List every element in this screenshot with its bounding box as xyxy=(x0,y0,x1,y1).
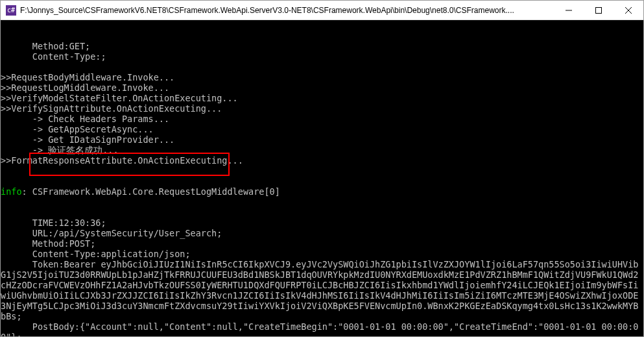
console-line: >>RequestLogMiddleware.Invoke... xyxy=(1,82,643,93)
console-line: Method:POST; xyxy=(1,238,643,249)
window-title: F:\Jonnys_Source\CSFrameworkV6.NET8\CSFr… xyxy=(20,6,554,15)
console-line: Content-Type:application/json; xyxy=(1,249,643,259)
console-output[interactable]: Method:GET; Content-Type:; >>RequestBody… xyxy=(1,20,643,336)
log-level-info: info xyxy=(1,186,22,197)
console-line: >>RequestBodyMiddleware.Invoke... xyxy=(1,72,643,82)
console-line: Token:Bearer eyJhbGciOiJIUzI1NiIsInR5cCI… xyxy=(1,259,643,321)
console-line xyxy=(1,62,643,72)
maximize-button[interactable] xyxy=(584,1,614,19)
console-line: -> 验证签名成功... xyxy=(1,145,643,155)
app-icon: c# xyxy=(6,5,16,16)
console-line: -> Check Headers Params... xyxy=(1,114,643,124)
console-line: Content-Type:; xyxy=(1,51,643,62)
console-line: -> Get IDataSignProvider... xyxy=(1,134,643,145)
console-line: URL:/api/SystemSecurity/User_Search; xyxy=(1,228,643,238)
console-line: PostBody:{"Account":null,"Content":null,… xyxy=(1,321,643,336)
console-window: c# F:\Jonnys_Source\CSFrameworkV6.NET8\C… xyxy=(0,0,644,337)
console-line: Method:GET; xyxy=(1,41,643,51)
console-line: >>VerifySignAttribute.OnActionExecuting.… xyxy=(1,103,643,114)
close-button[interactable] xyxy=(614,1,643,19)
titlebar[interactable]: c# F:\Jonnys_Source\CSFrameworkV6.NET8\C… xyxy=(1,1,643,20)
console-line: TIME:12:30:36; xyxy=(1,218,643,228)
console-line: >>VerifyModelStateFilter.OnActionExecuti… xyxy=(1,93,643,103)
svg-rect-1 xyxy=(596,7,602,13)
console-line: >>FormatResponseAttribute.OnActionExecut… xyxy=(1,155,643,166)
console-line: -> GetAppSecretAsync... xyxy=(1,124,643,134)
log-source: : CSFramework.WebApi.Core.RequestLogMidd… xyxy=(22,186,280,197)
minimize-button[interactable] xyxy=(554,1,584,19)
window-controls xyxy=(554,1,643,19)
